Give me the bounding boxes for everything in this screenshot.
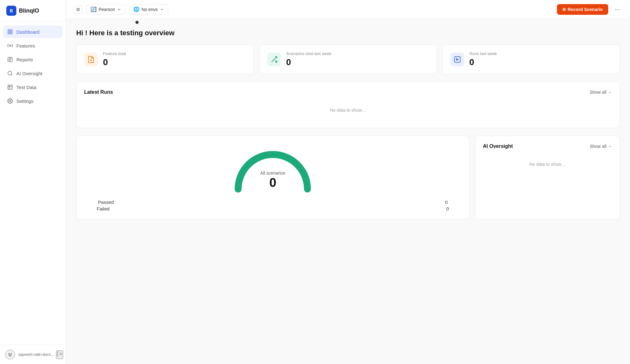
env-selector[interactable]: 🌐 No envs [129, 4, 168, 14]
org-selector-icon: 🔄 [90, 6, 97, 12]
org-selector[interactable]: 🔄 Pearson [86, 4, 125, 14]
sidebar: B BlinqIO Dashboard Features Reports [0, 0, 66, 364]
sidebar-item-reports-label: Reports [16, 57, 33, 62]
svg-line-10 [11, 74, 12, 75]
runs-last-week-info: Runs last week 0 [469, 51, 497, 67]
record-scenario-button[interactable]: Record Scenario [557, 4, 608, 15]
page-content: Hi ! Here is a testing overview Feature … [66, 19, 630, 364]
latest-runs-header: Latest Runs Show all → [84, 89, 612, 95]
stat-card-runs-last-week: Runs last week 0 [443, 45, 620, 74]
gauge-label: All scenarios [260, 171, 285, 176]
feature-total-icon-wrap [84, 53, 98, 66]
feature-total-label: Feature total [103, 51, 126, 56]
ai-oversight-icon [7, 70, 13, 76]
gauge-stats: Passed 0 [84, 199, 461, 205]
runs-last-week-label: Runs last week [469, 51, 497, 56]
org-name: Pearson [99, 7, 115, 12]
svg-point-4 [9, 45, 11, 47]
stat-cards: Feature total 0 Scenarios total last wee… [76, 45, 620, 74]
scenarios-total-label: Scenarios total last week [286, 51, 331, 56]
sidebar-footer: U sapnesh.naik+docs@... [0, 345, 66, 364]
sidebar-logo: B BlinqIO [0, 0, 66, 22]
sidebar-item-features-label: Features [16, 43, 35, 48]
runs-last-week-icon [454, 56, 461, 63]
scenarios-total-icon-wrap [267, 53, 281, 66]
passed-label: Passed [98, 199, 114, 205]
dashboard-icon [7, 29, 13, 35]
ai-oversight-title: AI Oversight [483, 143, 513, 149]
sidebar-nav: Dashboard Features Reports AI Oversight … [0, 22, 66, 345]
failed-label: Failed [97, 206, 110, 211]
sidebar-collapse-button[interactable] [74, 5, 83, 14]
ai-oversight-empty: No data to show… [483, 154, 612, 174]
more-options-button[interactable]: ··· [612, 4, 622, 14]
scenarios-total-info: Scenarios total last week 0 [286, 51, 331, 67]
feature-total-value: 0 [103, 57, 126, 67]
stat-card-scenarios-total: Scenarios total last week 0 [259, 45, 437, 74]
svg-point-9 [8, 71, 12, 75]
sidebar-item-dashboard[interactable]: Dashboard [3, 25, 63, 38]
svg-rect-2 [8, 32, 9, 34]
bottom-row: All scenarios 0 Passed 0 Failed 0 [76, 136, 620, 219]
sidebar-item-test-data-label: Test Data [16, 85, 36, 90]
page-title: Hi ! Here is a testing overview [76, 29, 620, 37]
feature-total-icon [87, 56, 95, 63]
sidebar-item-ai-oversight-label: AI Oversight [16, 71, 43, 76]
gauge-wrapper: All scenarios 0 [229, 143, 317, 194]
latest-runs-empty: No data to show… [84, 100, 612, 120]
record-icon [563, 8, 566, 11]
app-name: BlinqIO [19, 8, 39, 14]
reports-icon [7, 56, 13, 63]
ai-oversight-show-all[interactable]: Show all → [590, 144, 612, 149]
passed-value: 0 [445, 199, 448, 205]
app-logo-icon: B [6, 6, 16, 16]
svg-rect-3 [11, 32, 12, 34]
gauge-value: 0 [260, 176, 285, 190]
env-selector-icon: 🌐 [133, 6, 140, 12]
svg-rect-0 [8, 30, 9, 31]
avatar: U [5, 350, 15, 360]
scenarios-total-icon [270, 56, 278, 63]
sidebar-item-settings-label: Settings [16, 98, 33, 104]
scenarios-total-value: 0 [286, 57, 331, 67]
latest-runs-title: Latest Runs [84, 89, 113, 95]
latest-runs-card: Latest Runs Show all → No data to show… [76, 81, 620, 128]
sidebar-item-features[interactable]: Features [3, 39, 63, 52]
ai-oversight-header: AI Oversight Show all → [483, 143, 612, 149]
svg-rect-20 [455, 57, 460, 62]
user-info: U sapnesh.naik+docs@... [5, 350, 56, 360]
features-icon [7, 42, 13, 49]
failed-value: 0 [446, 206, 449, 211]
chevron-down-icon [117, 7, 121, 12]
runs-last-week-value: 0 [469, 57, 497, 67]
logout-button[interactable] [56, 350, 63, 359]
topbar: 🔄 Pearson 🌐 No envs Record Scenario ··· [66, 0, 630, 19]
latest-runs-show-all[interactable]: Show all → [590, 90, 612, 95]
sidebar-item-reports[interactable]: Reports [3, 53, 63, 66]
ai-oversight-card: AI Oversight Show all → No data to show… [475, 136, 620, 219]
gauge-card: All scenarios 0 Passed 0 Failed 0 [76, 136, 469, 219]
test-data-icon [7, 84, 13, 90]
main-content: 🔄 Pearson 🌐 No envs Record Scenario ··· … [66, 0, 630, 364]
sidebar-item-settings[interactable]: Settings [3, 95, 63, 107]
sidebar-item-dashboard-label: Dashboard [16, 29, 39, 35]
user-email: sapnesh.naik+docs@... [18, 352, 56, 357]
sidebar-item-ai-oversight[interactable]: AI Oversight [3, 67, 63, 80]
settings-icon [7, 98, 13, 104]
feature-total-info: Feature total 0 [103, 51, 126, 67]
record-button-label: Record Scenario [568, 7, 603, 12]
gauge-center-text: All scenarios 0 [260, 171, 285, 190]
runs-last-week-icon-wrap [450, 53, 464, 66]
svg-rect-1 [11, 30, 12, 31]
env-chevron-down-icon [160, 7, 164, 12]
env-name: No envs [141, 7, 158, 12]
stat-card-feature-total: Feature total 0 [76, 45, 254, 74]
sidebar-item-test-data[interactable]: Test Data [3, 81, 63, 93]
svg-point-11 [9, 100, 11, 102]
